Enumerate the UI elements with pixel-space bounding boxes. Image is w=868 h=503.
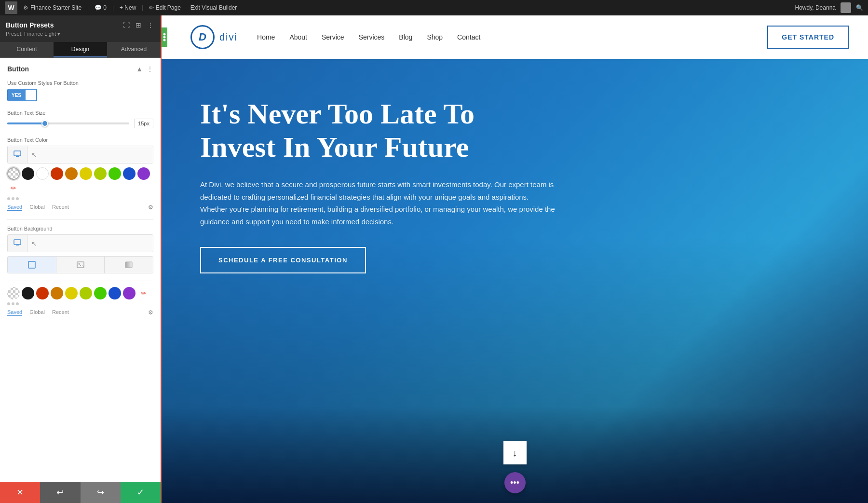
color-tab-global[interactable]: Global [29, 204, 45, 211]
swatch-yellow1[interactable] [80, 167, 92, 180]
svg-point-9 [163, 36, 166, 39]
redo-button[interactable]: ↪ [81, 482, 121, 503]
button-background-label: Button Background [7, 226, 153, 231]
nav-services[interactable]: Services [359, 33, 385, 41]
scroll-down-button[interactable]: ↓ [503, 441, 527, 464]
tab-advanced[interactable]: Advanced [107, 42, 161, 57]
button-text-size-label: Button Text Size [7, 110, 153, 116]
panel-footer: ✕ ↩ ↪ ✓ [0, 482, 161, 503]
tab-design[interactable]: Design [54, 42, 107, 57]
logo-circle: D [190, 25, 215, 49]
divider [7, 219, 153, 220]
nav-cta-button[interactable]: GET STARTED [767, 26, 849, 49]
bg-icons-row [7, 256, 153, 273]
swatch2-red[interactable] [36, 287, 49, 299]
swatch2-black[interactable] [22, 287, 34, 299]
second-color-area: ✏ Saved Global Recent ⚙ [7, 287, 153, 316]
fab-button[interactable]: ••• [504, 472, 526, 493]
swatch2-custom-pencil[interactable]: ✏ [137, 287, 150, 299]
swatch-custom-pencil[interactable]: ✏ [7, 182, 20, 194]
undo-button[interactable]: ↩ [40, 482, 80, 503]
nav-shop[interactable]: Shop [427, 33, 443, 41]
bg-image-icon[interactable] [56, 257, 105, 273]
wp-logo-icon[interactable]: W [5, 1, 17, 14]
swatch2-orange[interactable] [51, 287, 63, 299]
vb-handle[interactable] [162, 27, 167, 47]
nav-service[interactable]: Service [322, 33, 344, 41]
nav-home[interactable]: Home [257, 33, 275, 41]
color-tab-recent[interactable]: Recent [52, 204, 69, 211]
swatch-orange[interactable] [65, 167, 78, 180]
nav-contact[interactable]: Contact [457, 33, 480, 41]
edit-page-link[interactable]: ✏ Edit Page [149, 4, 180, 11]
bg-device-icon[interactable] [8, 235, 27, 252]
svg-rect-0 [14, 151, 21, 156]
swatch-green[interactable] [108, 167, 121, 180]
swatch-red[interactable] [51, 167, 63, 180]
color-tab-saved[interactable]: Saved [7, 204, 22, 211]
bg-gradient-icon[interactable] [105, 257, 153, 273]
divider2 [7, 281, 153, 281]
swatch2-transparent[interactable] [7, 287, 20, 299]
color-preview-row: ↖ [7, 146, 153, 163]
admin-site-link[interactable]: ⚙ Finance Starter Site [23, 4, 81, 11]
color-tab-recent-bottom[interactable]: Recent [52, 309, 69, 316]
nav-about[interactable]: About [289, 33, 307, 41]
hero-cta-button[interactable]: SCHEDULE A FREE CONSULTATION [200, 247, 366, 273]
cancel-button[interactable]: ✕ [0, 482, 40, 503]
bg-flat-icon[interactable] [8, 257, 56, 273]
swatch2-blue[interactable] [108, 287, 121, 299]
swatch-purple[interactable] [137, 167, 150, 180]
logo-text: divi [219, 32, 238, 43]
tab-content[interactable]: Content [0, 42, 54, 57]
swatch-transparent[interactable] [7, 167, 20, 180]
text-size-slider-track[interactable] [7, 122, 129, 124]
panel-subtitle[interactable]: Preset: Finance Light ▾ [6, 31, 155, 37]
button-background-section: Button Background ↖ [7, 226, 153, 273]
comment-count[interactable]: 💬 0 [95, 4, 107, 11]
swatch2-purple[interactable] [123, 287, 136, 299]
toggle-yes-label: YES [8, 91, 25, 100]
text-size-value[interactable]: 15px [134, 119, 153, 128]
svg-rect-5 [77, 262, 84, 268]
color-tab-global-bottom[interactable]: Global [29, 309, 45, 316]
color-settings-icon-bottom[interactable]: ⚙ [148, 309, 153, 316]
bg-input-area[interactable]: ↖ [27, 235, 153, 252]
svg-rect-1 [16, 156, 19, 157]
panel-menu-icon[interactable]: ⋮ [146, 20, 155, 30]
search-icon[interactable]: 🔍 [856, 4, 863, 11]
save-button[interactable]: ✓ [121, 482, 161, 503]
swatch-yellow2[interactable] [94, 167, 107, 180]
divider: | [87, 4, 89, 11]
custom-styles-label: Use Custom Styles For Button [7, 80, 153, 86]
swatch2-yellow2[interactable] [80, 287, 92, 299]
swatch-white[interactable] [36, 167, 49, 180]
color-cursor-icon: ↖ [31, 151, 37, 159]
svg-rect-4 [28, 261, 35, 268]
color-tab-saved-bottom[interactable]: Saved [7, 309, 22, 316]
site-logo: D divi [190, 25, 238, 49]
color-settings-icon[interactable]: ⚙ [148, 204, 153, 211]
hero-section: It's Never Too Late To Invest In Your Fu… [162, 59, 868, 503]
swatch-black[interactable] [22, 167, 34, 180]
hero-title: It's Never Too Late To Invest In Your Fu… [200, 97, 557, 164]
new-post-link[interactable]: + New [120, 4, 136, 11]
exit-builder-link[interactable]: Exit Visual Builder [190, 4, 237, 11]
nav-blog[interactable]: Blog [399, 33, 412, 41]
swatch2-green[interactable] [94, 287, 107, 299]
color-dots-bottom [7, 302, 153, 305]
custom-styles-toggle[interactable]: YES [7, 89, 37, 101]
panel-content: Button ▲ ⋮ Use Custom Styles For Button … [0, 58, 161, 482]
site-name-label: Finance Starter Site [30, 4, 81, 11]
howdy-label: Howdy, Deanna [795, 4, 836, 11]
section-more-icon[interactable]: ⋮ [147, 65, 153, 73]
section-collapse-icon[interactable]: ▲ [136, 65, 143, 73]
panel-grid-icon[interactable]: ⊞ [135, 20, 142, 30]
swatch-blue[interactable] [123, 167, 136, 180]
section-title: Button [7, 65, 29, 73]
color-device-icon[interactable] [8, 146, 27, 163]
swatch2-yellow1[interactable] [65, 287, 78, 299]
panel-fullscreen-icon[interactable]: ⛶ [122, 20, 131, 30]
color-input-area[interactable]: ↖ [27, 146, 153, 163]
svg-rect-2 [14, 240, 21, 245]
